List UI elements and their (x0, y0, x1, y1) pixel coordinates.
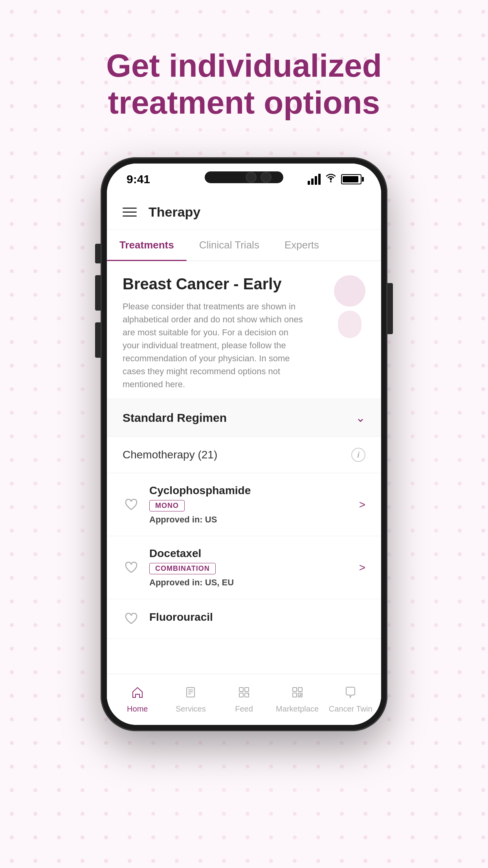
chemo-title: Chemotherapy (21) (123, 449, 217, 461)
bottom-nav: Home Services (107, 674, 381, 725)
drug-approved: Approved in: US, EU (149, 577, 350, 588)
favorite-icon-cyclophosphamide[interactable] (123, 496, 140, 513)
chemo-header: Chemotherapy (21) i (107, 437, 381, 473)
nav-cancer-twin-label: Cancer Twin (329, 704, 372, 714)
drug-name: Cyclophosphamide (149, 484, 350, 497)
side-button-power (387, 283, 393, 334)
battery-icon (341, 174, 361, 184)
tab-clinical-trials[interactable]: Clinical Trials (187, 230, 272, 261)
drug-item[interactable]: Cyclophosphamide MONO Approved in: US > (107, 473, 381, 536)
chevron-down-icon: ⌄ (356, 411, 365, 425)
drug-info-docetaxel: Docetaxel COMBINATION Approved in: US, E… (149, 547, 350, 588)
drug-item[interactable]: Fluorouracil (107, 599, 381, 639)
status-icons (308, 174, 361, 185)
wifi-icon (325, 174, 336, 185)
svg-rect-10 (239, 693, 243, 697)
avatar-circle (334, 275, 365, 307)
nav-cancer-twin[interactable]: Cancer Twin (324, 686, 377, 714)
nav-feed-label: Feed (235, 704, 253, 714)
nav-marketplace[interactable]: Marketplace (271, 686, 324, 714)
regimen-title: Standard Regimen (123, 411, 227, 425)
status-time: 9:41 (127, 173, 150, 186)
svg-rect-8 (239, 688, 243, 691)
hamburger-menu[interactable] (123, 208, 137, 217)
phone-frame: 9:41 (101, 157, 387, 731)
section-hero: Breast Cancer - Early Please consider th… (107, 261, 381, 399)
avatar-decoration (334, 275, 365, 338)
regimen-header[interactable]: Standard Regimen ⌄ (107, 399, 381, 437)
drug-badge-combination: COMBINATION (149, 563, 216, 574)
info-icon[interactable]: i (351, 448, 365, 462)
phone-screen: Therapy Treatments Clinical Trials Exper… (107, 195, 381, 725)
favorite-icon-docetaxel[interactable] (123, 559, 140, 576)
drug-badge-mono: MONO (149, 500, 185, 511)
camera-lens-2 (261, 172, 272, 183)
marketplace-icon (291, 686, 304, 702)
drug-chevron-icon: > (359, 561, 365, 574)
screen-content[interactable]: Breast Cancer - Early Please consider th… (107, 261, 381, 712)
favorite-icon-fluorouracil[interactable] (123, 610, 140, 627)
tab-experts[interactable]: Experts (272, 230, 332, 261)
feed-icon (237, 686, 251, 702)
camera-lens-1 (246, 172, 257, 183)
home-icon (131, 686, 144, 702)
drug-info-fluorouracil: Fluorouracil (149, 611, 365, 627)
side-button-mute (95, 244, 101, 263)
app-title: Therapy (149, 204, 200, 220)
drug-name: Fluorouracil (149, 611, 365, 623)
tab-bar: Treatments Clinical Trials Experts (107, 230, 381, 261)
nav-home[interactable]: Home (111, 686, 164, 714)
section-description: Please consider that treatments are show… (123, 300, 303, 391)
drug-info-cyclophosphamide: Cyclophosphamide MONO Approved in: US (149, 484, 350, 525)
cancer-twin-icon (344, 686, 357, 702)
svg-rect-12 (293, 688, 297, 691)
svg-rect-13 (298, 688, 302, 691)
signal-icon (308, 174, 321, 185)
drug-chevron-icon: > (359, 498, 365, 511)
phone-inner: 9:41 (107, 164, 381, 725)
hero-title-line2: treatment options (108, 85, 380, 120)
nav-feed[interactable]: Feed (217, 686, 271, 714)
nav-marketplace-label: Marketplace (276, 704, 319, 714)
svg-rect-9 (245, 688, 249, 691)
nav-services-label: Services (176, 704, 206, 714)
drug-item[interactable]: Docetaxel COMBINATION Approved in: US, E… (107, 536, 381, 599)
drug-name: Docetaxel (149, 547, 350, 560)
drug-approved: Approved in: US (149, 515, 350, 525)
nav-services[interactable]: Services (164, 686, 218, 714)
side-button-volume-down (95, 322, 101, 358)
hero-title: Get individualized treatment options (0, 47, 488, 121)
svg-rect-14 (293, 693, 297, 697)
avatar-pill (338, 311, 361, 338)
app-header: Therapy (107, 195, 381, 230)
hero-title-line1: Get individualized (106, 48, 382, 83)
services-icon (184, 686, 197, 702)
section-title: Breast Cancer - Early (123, 275, 365, 293)
tab-treatments[interactable]: Treatments (107, 230, 187, 261)
side-button-volume-up (95, 275, 101, 311)
nav-home-label: Home (127, 704, 148, 714)
svg-point-3 (330, 181, 332, 182)
front-camera (205, 171, 283, 183)
